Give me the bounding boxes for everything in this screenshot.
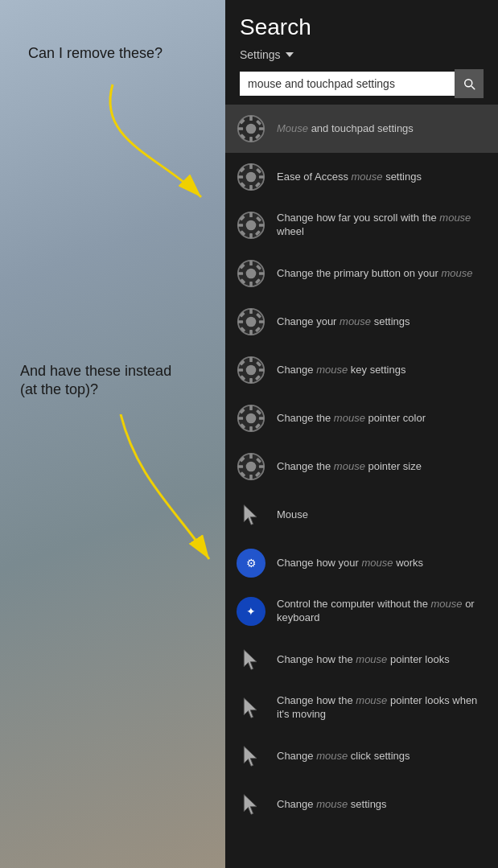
result-text-part: mouse <box>442 267 473 279</box>
annotation-bottom-text: And have these instead(at the top)? <box>20 362 171 400</box>
result-text-part: settings <box>383 171 422 183</box>
svg-marker-88 <box>244 698 257 718</box>
search-button[interactable] <box>455 69 484 98</box>
result-item[interactable]: Change the mouse pointer size <box>225 442 498 491</box>
result-icon <box>235 113 267 145</box>
result-text: Change how far you scroll with the mouse… <box>277 212 488 239</box>
svg-rect-25 <box>249 233 253 238</box>
gear-icon <box>237 211 265 240</box>
search-title: Search <box>240 14 484 40</box>
blue-icon2-inner: ✦ <box>237 597 265 626</box>
result-item[interactable]: Change mouse key settings <box>225 346 498 394</box>
cursor-icon <box>240 745 262 767</box>
result-icon <box>235 788 267 821</box>
svg-rect-26 <box>238 224 243 227</box>
result-text-part: pointer size <box>365 460 422 472</box>
result-text-part: wheel <box>277 225 304 237</box>
result-text-part: mouse <box>362 557 393 569</box>
result-text-part: mouse <box>352 171 383 183</box>
svg-rect-6 <box>238 127 243 130</box>
svg-marker-89 <box>244 747 257 767</box>
result-item[interactable]: Change how far you scroll with the mouse… <box>225 201 498 249</box>
result-item[interactable]: ✦ Control the computer without the mouse… <box>225 587 498 636</box>
result-text: Change mouse click settings <box>277 750 410 763</box>
svg-rect-74 <box>249 454 253 459</box>
results-list: Mouse and touchpad settings Ease of Acce… <box>225 105 498 868</box>
result-text-part: Change <box>277 750 316 762</box>
result-text-part: mouse <box>356 653 387 665</box>
svg-rect-24 <box>249 212 253 217</box>
result-item[interactable]: Mouse and touchpad settings <box>225 105 498 153</box>
result-text-part: Change how the <box>277 653 356 665</box>
svg-point-63 <box>246 413 257 424</box>
result-text-part: pointer color <box>365 412 426 424</box>
result-item[interactable]: Mouse <box>225 491 498 539</box>
svg-rect-7 <box>259 127 264 130</box>
svg-point-73 <box>246 462 257 472</box>
svg-rect-67 <box>259 417 264 420</box>
svg-rect-65 <box>249 426 253 431</box>
result-text-part: mouse <box>316 364 348 376</box>
svg-point-3 <box>246 124 257 134</box>
result-text-part: mouse <box>316 750 348 762</box>
result-icon <box>235 692 267 724</box>
result-text-part: Change <box>277 364 316 376</box>
svg-rect-46 <box>238 320 243 323</box>
result-text: Change the mouse pointer color <box>277 412 426 426</box>
result-text: Change how the mouse pointer looks when … <box>277 694 488 722</box>
svg-point-43 <box>246 317 257 327</box>
cursor-icon <box>240 793 262 816</box>
result-text-part: Change the <box>277 412 334 424</box>
search-box-wrapper <box>240 69 484 98</box>
svg-rect-45 <box>249 330 253 335</box>
blue-circle-icon: ⚙ <box>237 549 265 578</box>
svg-rect-75 <box>249 475 253 479</box>
result-text: Change the primary button on your mouse <box>277 267 473 281</box>
svg-rect-64 <box>249 405 253 410</box>
result-item[interactable]: Change your mouse settings <box>225 298 498 346</box>
result-item[interactable]: Change the mouse pointer color <box>225 394 498 442</box>
svg-rect-16 <box>238 175 243 179</box>
result-item[interactable]: Change the primary button on your mouse <box>225 249 498 298</box>
svg-point-33 <box>246 269 257 279</box>
result-item[interactable]: Change how the mouse pointer looks when … <box>225 684 498 732</box>
svg-rect-37 <box>259 272 264 275</box>
result-text-part: Change the <box>277 460 334 472</box>
result-item[interactable]: ⚙ Change how your mouse works <box>225 539 498 587</box>
result-text-part: mouse <box>356 694 387 706</box>
svg-rect-27 <box>259 224 264 227</box>
result-icon <box>235 306 267 338</box>
svg-rect-17 <box>259 175 264 179</box>
result-text-part: pointer looks <box>387 653 449 665</box>
search-header: Search Settings <box>225 0 498 105</box>
svg-point-23 <box>246 220 257 231</box>
svg-rect-14 <box>249 164 253 169</box>
search-filter[interactable]: Settings <box>240 48 484 61</box>
result-text-part: Control the computer without the <box>277 598 431 610</box>
result-text-part: key settings <box>348 364 405 376</box>
svg-text:✦: ✦ <box>246 605 256 618</box>
result-item[interactable]: Change how the mouse pointer looks <box>225 636 498 684</box>
result-item[interactable]: Ease of Access mouse settings <box>225 153 498 201</box>
result-item[interactable]: Change mouse click settings <box>225 732 498 780</box>
result-icon <box>235 450 267 483</box>
result-text: Ease of Access mouse settings <box>277 171 422 184</box>
gear-icon <box>237 356 265 385</box>
search-input[interactable] <box>240 72 455 96</box>
result-text-part: Change how the <box>277 694 356 706</box>
gear-icon <box>237 162 265 191</box>
result-icon <box>235 740 267 772</box>
blue-circle-2-icon: ✦ <box>237 597 265 626</box>
result-text: Change how your mouse works <box>277 557 423 570</box>
result-text-part: Mouse <box>277 508 308 520</box>
arrow-top-icon <box>48 76 209 205</box>
result-item[interactable]: Change mouse settings <box>225 780 498 829</box>
result-text-part: mouse <box>439 212 471 224</box>
result-icon <box>235 257 267 290</box>
result-text: Control the computer without the mouse o… <box>277 598 488 625</box>
result-text-part: click settings <box>348 750 410 762</box>
svg-marker-90 <box>244 795 257 815</box>
svg-rect-76 <box>238 465 243 468</box>
result-text: Change the mouse pointer size <box>277 460 422 474</box>
result-text: Mouse and touchpad settings <box>277 122 414 136</box>
